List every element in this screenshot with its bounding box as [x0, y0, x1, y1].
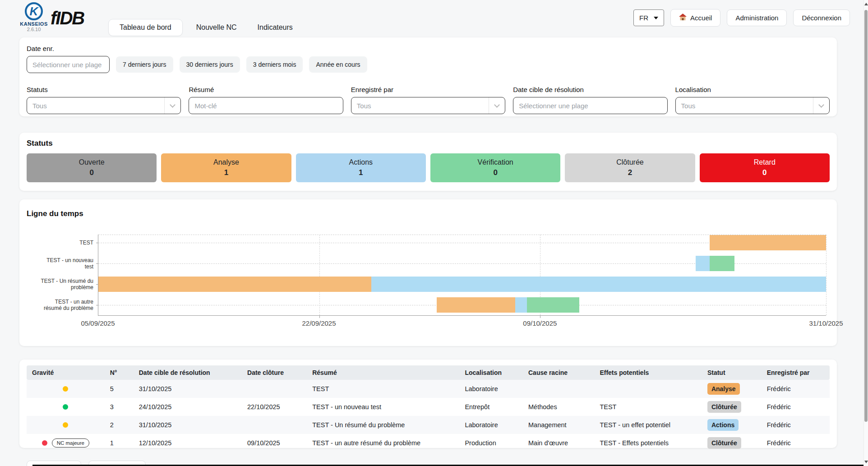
cell-localisation: Production: [459, 434, 523, 452]
brand-logo-block: K KANSEIOS 2.6.10: [14, 2, 54, 32]
date-enr-label: Date enr.: [27, 45, 830, 52]
gantt-row-label: TEST: [28, 240, 93, 246]
home-button-label: Accueil: [690, 14, 712, 22]
filter-enregistre-par: Enregistré par Tous: [351, 86, 505, 114]
cell-numero: 2: [105, 416, 134, 434]
status-card-retard[interactable]: Retard 0: [700, 153, 830, 182]
quick-range-7-days[interactable]: 7 derniers jours: [116, 56, 173, 73]
gantt-bar[interactable]: [696, 256, 710, 271]
statuts-select[interactable]: Tous: [27, 97, 181, 114]
gantt-bar[interactable]: [710, 256, 734, 271]
tab-indicateurs[interactable]: Indicateurs: [250, 19, 300, 36]
gantt-bar[interactable]: [371, 277, 826, 292]
resume-input[interactable]: [194, 102, 337, 110]
caret-down-icon: [654, 17, 658, 19]
quick-range-30-days[interactable]: 30 derniers jours: [180, 56, 240, 73]
cell-resume: TEST - un nouveau test: [307, 398, 459, 416]
col-resume[interactable]: Résumé: [307, 365, 459, 380]
gantt-bar[interactable]: [98, 277, 371, 292]
status-badge: Analyse: [707, 383, 740, 395]
cell-effets-potentiels: TEST: [594, 398, 702, 416]
gantt-bar[interactable]: [710, 235, 826, 250]
statuts-label: Statuts: [27, 86, 181, 93]
timeline-title: Ligne du temps: [27, 209, 830, 218]
top-bar: K KANSEIOS 2.6.10 fIDB Tableau de bord N…: [0, 0, 868, 36]
col-numero[interactable]: N°: [105, 365, 134, 380]
gantt-plot-area: [98, 235, 826, 316]
localisation-value: Tous: [676, 102, 813, 110]
vertical-scrollbar[interactable]: [863, 0, 868, 466]
cell-numero: 5: [105, 380, 134, 398]
cell-resume: TEST - un autre résumé du problème: [307, 434, 459, 452]
date-cible-input[interactable]: [519, 102, 661, 110]
col-date-cloture[interactable]: Date clôture: [242, 365, 307, 380]
cell-resume: TEST: [307, 380, 459, 398]
gantt-bar[interactable]: [515, 297, 527, 313]
status-card-count: 0: [762, 168, 766, 177]
cell-date-cloture: 22/10/2025: [242, 398, 307, 416]
date-enr-input-wrap: [27, 56, 110, 73]
gantt-x-tick-label: 22/09/2025: [302, 319, 336, 327]
enregistre-par-select[interactable]: Tous: [351, 97, 505, 114]
filter-statuts: Statuts Tous: [27, 86, 181, 114]
app-version: 2.6.10: [14, 27, 54, 32]
cell-effets-potentiels: TEST - Effets potentiels: [594, 434, 702, 452]
date-enr-input[interactable]: [32, 61, 104, 69]
status-card-cloturee[interactable]: Clôturée 2: [565, 153, 695, 182]
cell-resume: TEST - Un résumé du problème: [307, 416, 459, 434]
col-localisation[interactable]: Localisation: [459, 365, 523, 380]
table-header-row: Gravité N° Date cible de résolution Date…: [27, 365, 830, 380]
main-nav-tabs: Tableau de bord Nouvelle NC Indicateurs: [108, 19, 300, 36]
table-row[interactable]: NC majeure 1 12/10/2025 09/10/2025 TEST …: [27, 434, 830, 452]
table-row[interactable]: 5 31/10/2025 TEST Laboratoire Analyse Fr…: [27, 380, 830, 398]
gravity-dot: [42, 440, 47, 446]
gravity-dot: [63, 422, 68, 428]
cell-effets-potentiels: [594, 380, 702, 398]
gantt-bar[interactable]: [437, 297, 515, 313]
language-value: FR: [639, 14, 648, 22]
quick-range-3-months[interactable]: 3 derniers mois: [246, 56, 303, 73]
scrollbar-thumb[interactable]: [864, 10, 868, 422]
cell-numero: 3: [105, 398, 134, 416]
gantt-bar[interactable]: [527, 297, 579, 313]
table-row[interactable]: 3 24/10/2025 22/10/2025 TEST - un nouvea…: [27, 398, 830, 416]
scrollbar-down-arrow-icon[interactable]: [864, 461, 868, 463]
language-select[interactable]: FR: [633, 9, 664, 26]
gantt-chart: TEST TEST - un nouveau test TEST - Un ré…: [27, 235, 830, 338]
cell-cause-racine: [523, 380, 594, 398]
scrollbar-up-arrow-icon[interactable]: [864, 3, 868, 5]
gravity-pill: NC majeure: [52, 438, 89, 448]
home-button[interactable]: Accueil: [670, 9, 720, 27]
administration-button[interactable]: Administration: [727, 9, 787, 26]
filter-localisation: Localisation Tous: [675, 86, 830, 114]
gantt-x-tick-label: 31/10/2025: [809, 319, 843, 327]
col-cause-racine[interactable]: Cause racine: [523, 365, 594, 380]
status-card-count: 1: [359, 168, 363, 177]
nc-table-panel: Gravité N° Date cible de résolution Date…: [19, 360, 837, 448]
col-effets-potentiels[interactable]: Effets potentiels: [594, 365, 702, 380]
col-statut[interactable]: Statut: [702, 365, 762, 380]
date-cible-input-wrap: [513, 97, 667, 114]
tab-nouvelle-nc[interactable]: Nouvelle NC: [189, 19, 244, 36]
table-row[interactable]: 2 31/10/2025 TEST - Un résumé du problèm…: [27, 416, 830, 434]
quick-range-current-year[interactable]: Année en cours: [309, 56, 367, 73]
status-card-label: Clôturée: [616, 158, 643, 166]
tab-tableau-de-bord[interactable]: Tableau de bord: [108, 19, 183, 36]
status-summary-panel: Statuts Ouverte 0 Analyse 1 Actions 1 Vé…: [19, 133, 837, 191]
status-card-ouverte[interactable]: Ouverte 0: [27, 153, 157, 182]
cell-localisation: Laboratoire: [459, 380, 523, 398]
status-card-verification[interactable]: Vérification 0: [430, 153, 560, 182]
gantt-row-label: TEST - un nouveau test: [28, 257, 93, 270]
gantt-x-axis: 05/09/2025 22/09/2025 09/10/2025 31/10/2…: [98, 319, 826, 330]
status-section-title: Statuts: [27, 139, 830, 148]
col-gravite[interactable]: Gravité: [27, 365, 105, 380]
status-card-actions[interactable]: Actions 1: [296, 153, 426, 182]
col-enregistre-par[interactable]: Enregistré par: [762, 365, 830, 380]
status-card-label: Ouverte: [79, 158, 105, 166]
col-date-cible[interactable]: Date cible de résolution: [134, 365, 242, 380]
cell-date-cible: 31/10/2025: [134, 380, 242, 398]
localisation-select[interactable]: Tous: [675, 97, 830, 114]
logout-button[interactable]: Déconnexion: [793, 9, 850, 26]
status-card-analyse[interactable]: Analyse 1: [161, 153, 291, 182]
filters-panel: Date enr. 7 derniers jours 30 derniers j…: [19, 37, 837, 116]
